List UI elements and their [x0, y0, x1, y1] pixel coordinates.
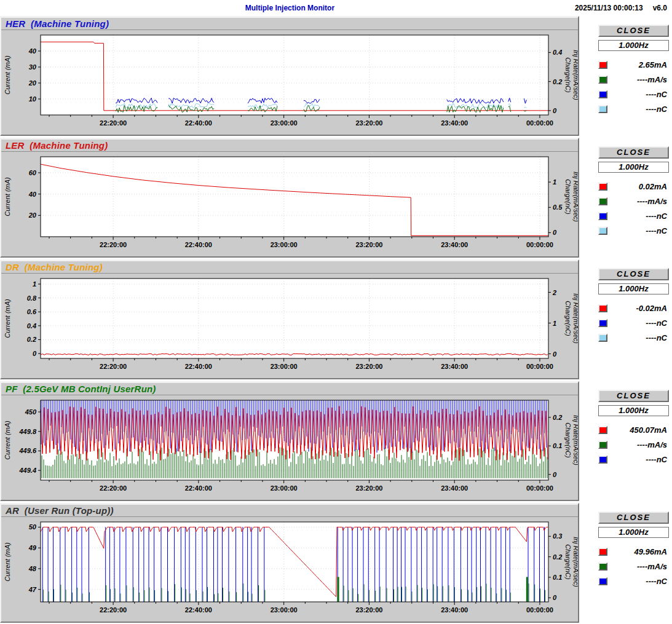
panel-ar-title: AR (User Run (Top-up)): [6, 505, 114, 516]
ler-injection-rate-field[interactable]: 1.000Hz: [598, 162, 669, 173]
svg-text:23:20:00: 23:20:00: [355, 119, 382, 127]
ar-chart: 4748495000.10.20.322:20:0022:40:0023:00:…: [1, 517, 578, 622]
panel-ar: AR (User Run (Top-up)) 4748495000.10.20.…: [0, 503, 579, 623]
panel-her-titlebar: HER (Machine Tuning): [1, 17, 578, 30]
legend-row: 49.96mA: [598, 544, 669, 559]
svg-text:22:20:00: 22:20:00: [100, 484, 127, 492]
svg-text:Inj Rate(mA/sec): Inj Rate(mA/sec): [572, 172, 578, 222]
legend-swatch-current: [598, 183, 607, 191]
legend-swatch-inj-rate: [598, 441, 607, 449]
svg-text:1: 1: [33, 280, 36, 288]
svg-text:23:00:00: 23:00:00: [271, 241, 298, 248]
svg-text:0.1: 0.1: [553, 442, 562, 449]
dr-injection-rate-field[interactable]: 1.000Hz: [598, 283, 669, 294]
panel-ler: LER (Machine Tuning) 20406000.5122:20:00…: [0, 138, 579, 258]
svg-text:23:20:00: 23:20:00: [355, 606, 382, 614]
svg-text:Current (mA): Current (mA): [4, 177, 11, 216]
legend-swatch-charge: [598, 212, 607, 220]
ar-close-button[interactable]: CLOSE: [598, 511, 669, 524]
pf-sidebar: CLOSE 1.000Hz 450.07mA----mA/s----nC: [598, 381, 672, 467]
svg-text:0.2: 0.2: [553, 553, 562, 561]
legend-swatch-current: [598, 304, 607, 312]
app-title: Multiple Injection Monitor: [245, 4, 334, 12]
legend-value-current: 0.02mA: [611, 182, 669, 191]
legend-row: ----mA/s: [598, 559, 669, 574]
svg-text:Charge(nC): Charge(nC): [564, 544, 572, 580]
panel-ler-title: LER (Machine Tuning): [6, 140, 108, 151]
her-injection-rate-field[interactable]: 1.000Hz: [598, 40, 669, 51]
svg-text:0.2: 0.2: [553, 414, 562, 421]
legend-row: 2.65mA: [598, 57, 669, 72]
svg-text:23:20:00: 23:20:00: [355, 241, 382, 248]
svg-text:450: 450: [25, 408, 37, 416]
her-close-button[interactable]: CLOSE: [598, 25, 669, 37]
panel-pf: PF (2.5GeV MB ContInj UserRun) 449.4449.…: [0, 381, 579, 501]
svg-text:0.2: 0.2: [553, 78, 562, 85]
svg-text:Current (mA): Current (mA): [4, 299, 11, 338]
ler-legend: 0.02mA----mA/s----nC----nC: [598, 179, 669, 238]
svg-text:449.4: 449.4: [18, 467, 36, 474]
svg-text:22:40:00: 22:40:00: [185, 606, 212, 614]
svg-text:23:00:00: 23:00:00: [271, 119, 298, 127]
legend-value-charge: ----nC: [611, 577, 669, 586]
legend-row: 450.07mA: [598, 422, 669, 437]
svg-text:Charge(nC): Charge(nC): [564, 422, 572, 458]
svg-text:22:40:00: 22:40:00: [185, 241, 212, 248]
legend-value-current: 450.07mA: [611, 425, 669, 435]
legend-value-current: 49.96mA: [611, 547, 669, 556]
svg-text:20: 20: [28, 211, 37, 219]
svg-text:0: 0: [553, 350, 557, 358]
svg-text:48: 48: [28, 565, 37, 572]
legend-row: ----nC: [598, 452, 669, 467]
legend-swatch-inj-rate: [598, 76, 607, 84]
panel-row-dr: DR (Machine Tuning) 00.20.40.60.8101222:…: [0, 259, 672, 379]
ar-injection-rate-field[interactable]: 1.000Hz: [598, 527, 669, 538]
svg-text:0.4: 0.4: [27, 322, 36, 330]
legend-row: ----mA/s: [598, 437, 669, 452]
svg-text:22:20:00: 22:20:00: [100, 606, 127, 614]
svg-text:00:00:00: 00:00:00: [526, 363, 553, 370]
legend-swatch-charge: [598, 577, 607, 585]
legend-swatch-charge: [598, 90, 607, 98]
svg-text:449.6: 449.6: [18, 447, 36, 454]
pf-legend: 450.07mA----mA/s----nC: [598, 422, 669, 467]
svg-text:23:40:00: 23:40:00: [441, 241, 468, 248]
dr-chart: 00.20.40.60.8101222:20:0022:40:0023:00:0…: [1, 274, 578, 378]
svg-text:22:40:00: 22:40:00: [185, 119, 212, 127]
svg-text:0.2: 0.2: [27, 336, 36, 343]
svg-text:0: 0: [553, 107, 557, 114]
svg-text:00:00:00: 00:00:00: [526, 484, 553, 492]
svg-text:20: 20: [28, 79, 37, 87]
legend-swatch-current: [598, 426, 607, 434]
legend-row: ----nC: [598, 574, 669, 588]
svg-text:0: 0: [553, 229, 557, 236]
legend-value-charge2: ----nC: [611, 105, 669, 114]
legend-value-charge2: ----nC: [611, 333, 669, 342]
svg-text:22:40:00: 22:40:00: [185, 484, 212, 492]
svg-text:10: 10: [29, 95, 37, 103]
ler-close-button[interactable]: CLOSE: [598, 146, 669, 159]
svg-text:00:00:00: 00:00:00: [526, 606, 553, 614]
pf-close-button[interactable]: CLOSE: [598, 390, 669, 402]
svg-text:449.8: 449.8: [18, 428, 36, 435]
svg-text:40: 40: [28, 191, 37, 198]
svg-text:0.8: 0.8: [27, 294, 37, 302]
svg-text:0: 0: [553, 471, 557, 478]
legend-swatch-inj-rate: [598, 197, 607, 205]
dr-close-button[interactable]: CLOSE: [598, 268, 669, 280]
svg-text:Inj Rate(mA/sec): Inj Rate(mA/sec): [572, 415, 578, 465]
pf-injection-rate-field[interactable]: 1.000Hz: [598, 405, 669, 416]
svg-text:00:00:00: 00:00:00: [526, 241, 553, 248]
ler-chart: 20406000.5122:20:0022:40:0023:00:0023:20…: [1, 152, 578, 256]
svg-text:23:00:00: 23:00:00: [271, 606, 298, 614]
legend-row: ----mA/s: [598, 72, 669, 87]
svg-text:1: 1: [553, 320, 556, 327]
svg-text:23:00:00: 23:00:00: [271, 484, 298, 492]
svg-text:23:40:00: 23:40:00: [441, 363, 468, 370]
panel-pf-titlebar: PF (2.5GeV MB ContInj UserRun): [1, 382, 578, 395]
legend-swatch-charge2: [598, 227, 607, 235]
her-legend: 2.65mA----mA/s----nC----nC: [598, 57, 669, 116]
svg-text:30: 30: [29, 63, 37, 71]
legend-value-inj-rate: ----mA/s: [611, 562, 669, 571]
svg-text:Inj Rate(mA/sec): Inj Rate(mA/sec): [572, 293, 578, 344]
